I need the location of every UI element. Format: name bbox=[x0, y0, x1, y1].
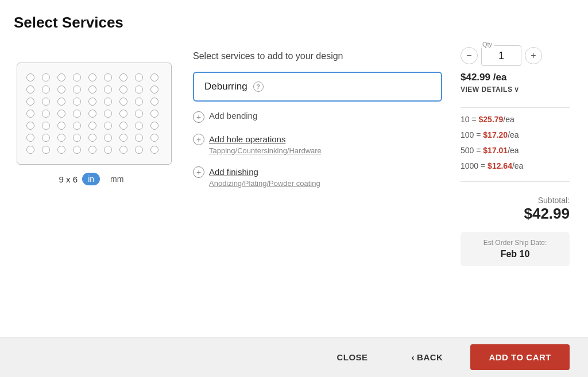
pricing-panel: Qty − + $42.99 /ea VIEW DETAILS ∨ 10 = $… bbox=[461, 45, 570, 323]
close-button[interactable]: CLOSE bbox=[320, 345, 384, 369]
price-tier: 10 = $25.79/ea bbox=[461, 114, 570, 126]
subtotal-section: Subtotal: $42.99 bbox=[461, 196, 570, 223]
selected-service-label: Deburring bbox=[204, 81, 247, 92]
add-bending-label[interactable]: Add bending bbox=[209, 111, 257, 121]
part-preview: 9 x 6 in mm bbox=[14, 45, 175, 323]
add-hole-ops-sub: Tapping/Countersinking/Hardware bbox=[209, 146, 322, 155]
add-bending-item: + Add bending bbox=[193, 111, 442, 123]
price-tier: 500 = $17.01/ea bbox=[461, 145, 570, 157]
ship-date-value: Feb 10 bbox=[469, 249, 562, 259]
add-finishing-plus-icon: + bbox=[193, 166, 204, 178]
subtotal-amount: $42.99 bbox=[461, 205, 570, 223]
view-details-button[interactable]: VIEW DETAILS ∨ bbox=[461, 85, 570, 94]
add-hole-ops-plus-icon: + bbox=[193, 134, 204, 145]
ship-date-label: Est Order Ship Date: bbox=[469, 239, 562, 247]
add-hole-ops-link[interactable]: Add hole operations bbox=[209, 133, 322, 145]
selected-service-row[interactable]: Deburring ? bbox=[193, 72, 442, 102]
qty-row: Qty − + bbox=[461, 45, 570, 66]
price-tier: 100 = $17.20/ea bbox=[461, 129, 570, 141]
add-to-cart-button[interactable]: ADD TO CART bbox=[470, 344, 570, 370]
add-finishing-sub: Anodizing/Plating/Powder coating bbox=[209, 179, 320, 188]
pricing-divider-2 bbox=[461, 181, 570, 182]
dimensions: 9 x 6 in mm bbox=[59, 173, 130, 185]
services-subtitle: Select services to add to your design bbox=[193, 51, 442, 61]
pricing-divider-1 bbox=[461, 107, 570, 108]
qty-input[interactable] bbox=[481, 45, 521, 66]
add-finishing-item: + Add finishing Anodizing/Plating/Powder… bbox=[193, 166, 442, 188]
qty-decrement-button[interactable]: − bbox=[461, 47, 478, 64]
services-panel: Select services to add to your design De… bbox=[193, 45, 442, 323]
subtotal-label: Subtotal: bbox=[461, 196, 570, 205]
info-icon[interactable]: ? bbox=[253, 81, 264, 92]
dimension-text: 9 x 6 bbox=[59, 174, 78, 184]
footer: CLOSE ‹ BACK ADD TO CART bbox=[0, 337, 588, 377]
part-grid bbox=[17, 63, 172, 165]
back-button[interactable]: ‹ BACK bbox=[396, 345, 459, 369]
price-tiers: 10 = $25.79/ea100 = $17.20/ea500 = $17.0… bbox=[461, 114, 570, 176]
price-tier: 1000 = $12.64/ea bbox=[461, 160, 570, 172]
add-hole-ops-item: + Add hole operations Tapping/Countersin… bbox=[193, 133, 442, 156]
add-finishing-link[interactable]: Add finishing bbox=[209, 166, 320, 178]
unit-mm-button[interactable]: mm bbox=[105, 173, 129, 185]
qty-increment-button[interactable]: + bbox=[525, 47, 542, 64]
price-per-ea: $42.99 /ea bbox=[461, 72, 570, 83]
add-bending-plus-icon: + bbox=[193, 111, 204, 123]
ship-date-box: Est Order Ship Date: Feb 10 bbox=[461, 232, 570, 266]
qty-label: Qty bbox=[480, 41, 494, 48]
chevron-left-icon: ‹ bbox=[412, 352, 415, 362]
page-title: Select Services bbox=[14, 14, 570, 32]
unit-in-button[interactable]: in bbox=[82, 173, 100, 185]
